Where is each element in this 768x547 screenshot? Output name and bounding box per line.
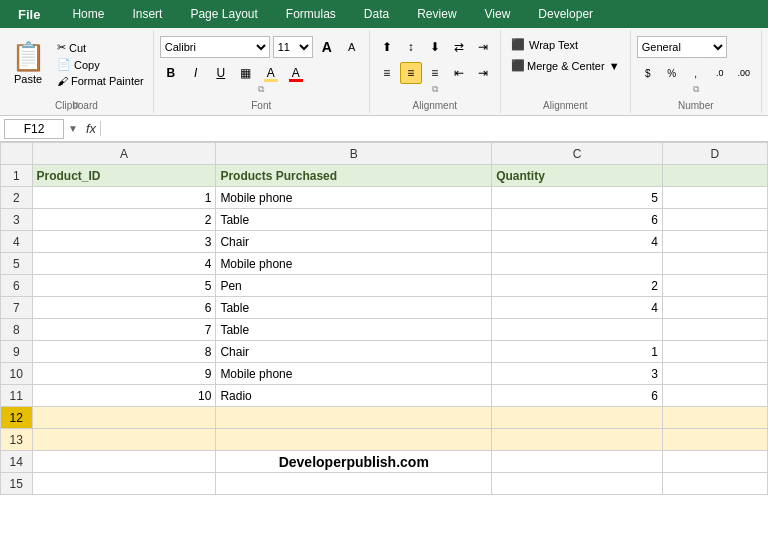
cell-c[interactable]: 5: [492, 187, 663, 209]
cell-a[interactable]: 7: [32, 319, 216, 341]
row-header[interactable]: 1: [1, 165, 33, 187]
cell-b[interactable]: Table: [216, 209, 492, 231]
paste-button[interactable]: 📋 Paste: [6, 36, 50, 92]
fill-color-button[interactable]: A: [260, 62, 282, 84]
text-direction-button[interactable]: ⇄: [448, 36, 470, 58]
col-header-c[interactable]: C: [492, 143, 663, 165]
cell-d[interactable]: [662, 319, 767, 341]
cell-b[interactable]: Mobile phone: [216, 363, 492, 385]
col-header-b[interactable]: B: [216, 143, 492, 165]
tab-home[interactable]: Home: [58, 0, 118, 28]
formula-input[interactable]: [109, 119, 764, 139]
cell-d[interactable]: [662, 385, 767, 407]
cell-d[interactable]: [662, 231, 767, 253]
merge-dropdown-icon[interactable]: ▼: [609, 60, 620, 72]
cell-d[interactable]: [662, 363, 767, 385]
cell-b[interactable]: [216, 429, 492, 451]
cell-d[interactable]: [662, 473, 767, 495]
cell-b[interactable]: [216, 473, 492, 495]
cell-c[interactable]: [492, 429, 663, 451]
cell-d[interactable]: [662, 297, 767, 319]
cell-d[interactable]: [662, 341, 767, 363]
number-expand-icon[interactable]: ⧉: [691, 84, 701, 95]
cell-b[interactable]: Chair: [216, 341, 492, 363]
align-center-button[interactable]: ≡: [400, 62, 422, 84]
cell-a[interactable]: 10: [32, 385, 216, 407]
tab-insert[interactable]: Insert: [118, 0, 176, 28]
cell-d[interactable]: [662, 187, 767, 209]
tab-developer[interactable]: Developer: [524, 0, 607, 28]
cell-a[interactable]: 4: [32, 253, 216, 275]
alignment-expand-icon[interactable]: ⧉: [430, 84, 440, 95]
cell-c[interactable]: 6: [492, 385, 663, 407]
align-bottom-button[interactable]: ⬇: [424, 36, 446, 58]
row-header[interactable]: 4: [1, 231, 33, 253]
cell-d[interactable]: [662, 165, 767, 187]
cell-c[interactable]: [492, 473, 663, 495]
cell-a[interactable]: Product_ID: [32, 165, 216, 187]
cell-b[interactable]: Developerpublish.com: [216, 451, 492, 473]
cell-d[interactable]: [662, 275, 767, 297]
cell-a[interactable]: 2: [32, 209, 216, 231]
currency-button[interactable]: $: [637, 62, 659, 84]
row-header[interactable]: 15: [1, 473, 33, 495]
number-format-select[interactable]: General: [637, 36, 727, 58]
cell-b[interactable]: Radio: [216, 385, 492, 407]
row-header[interactable]: 3: [1, 209, 33, 231]
font-family-select[interactable]: Calibri: [160, 36, 270, 58]
align-left-button[interactable]: ≡: [376, 62, 398, 84]
increase-decimal-button[interactable]: .0: [709, 62, 731, 84]
cell-d[interactable]: [662, 407, 767, 429]
cell-a[interactable]: [32, 429, 216, 451]
cell-c[interactable]: 4: [492, 297, 663, 319]
cell-c[interactable]: [492, 319, 663, 341]
border-button[interactable]: ▦: [235, 62, 257, 84]
row-header[interactable]: 9: [1, 341, 33, 363]
tab-data[interactable]: Data: [350, 0, 403, 28]
row-header[interactable]: 11: [1, 385, 33, 407]
increase-font-size-button[interactable]: A: [316, 36, 338, 58]
cell-c[interactable]: [492, 253, 663, 275]
row-header[interactable]: 8: [1, 319, 33, 341]
cell-c[interactable]: [492, 407, 663, 429]
row-header[interactable]: 7: [1, 297, 33, 319]
italic-button[interactable]: I: [185, 62, 207, 84]
comma-button[interactable]: ,: [685, 62, 707, 84]
cell-a[interactable]: 6: [32, 297, 216, 319]
row-header[interactable]: 14: [1, 451, 33, 473]
row-header[interactable]: 10: [1, 363, 33, 385]
bold-button[interactable]: B: [160, 62, 182, 84]
cell-a[interactable]: 8: [32, 341, 216, 363]
cell-b[interactable]: Chair: [216, 231, 492, 253]
cell-d[interactable]: [662, 209, 767, 231]
font-size-select[interactable]: 11: [273, 36, 313, 58]
decrease-indent-button[interactable]: ⇤: [448, 62, 470, 84]
cell-a[interactable]: [32, 473, 216, 495]
cell-a[interactable]: [32, 407, 216, 429]
merge-center-button[interactable]: ⬛ Merge & Center ▼: [507, 57, 624, 74]
cell-b[interactable]: Pen: [216, 275, 492, 297]
col-header-d[interactable]: D: [662, 143, 767, 165]
indent-button[interactable]: ⇥: [472, 36, 494, 58]
underline-button[interactable]: U: [210, 62, 232, 84]
align-middle-button[interactable]: ↕: [400, 36, 422, 58]
cell-a[interactable]: 9: [32, 363, 216, 385]
decrease-font-size-button[interactable]: A: [341, 36, 363, 58]
cell-b[interactable]: Products Purchased: [216, 165, 492, 187]
cell-a[interactable]: 3: [32, 231, 216, 253]
cell-a[interactable]: 5: [32, 275, 216, 297]
cell-b[interactable]: [216, 407, 492, 429]
col-header-a[interactable]: A: [32, 143, 216, 165]
row-header[interactable]: 6: [1, 275, 33, 297]
tab-file[interactable]: File: [0, 0, 58, 28]
cell-c[interactable]: [492, 451, 663, 473]
tab-view[interactable]: View: [471, 0, 525, 28]
cell-reference-box[interactable]: [4, 119, 64, 139]
cut-button[interactable]: ✂ Cut: [54, 40, 147, 55]
cell-c[interactable]: 4: [492, 231, 663, 253]
cell-a[interactable]: [32, 451, 216, 473]
tab-review[interactable]: Review: [403, 0, 470, 28]
align-right-button[interactable]: ≡: [424, 62, 446, 84]
tab-page-layout[interactable]: Page Layout: [176, 0, 271, 28]
row-header[interactable]: 13: [1, 429, 33, 451]
